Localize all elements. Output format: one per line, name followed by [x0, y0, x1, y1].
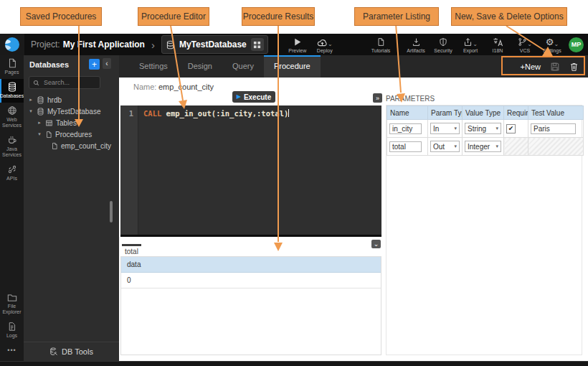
caret-down-icon: ⌄ [328, 42, 333, 47]
sidebar-item-java-services[interactable]: Java Services [0, 132, 24, 161]
col-test-value: Test Value [528, 106, 584, 120]
tree-item-procedures[interactable]: ▾ Procedures [24, 128, 119, 140]
new-procedure-button[interactable]: +New [521, 62, 541, 71]
sidebar-item-logs[interactable]: Logs [0, 319, 24, 342]
sidebar-item-apis[interactable]: APIs [0, 161, 24, 185]
caret-down-icon: ⌄ [473, 42, 478, 47]
tree-item-label: emp_count_city [61, 142, 111, 150]
execute-label: Execute [244, 93, 271, 101]
execute-button[interactable]: ▶ Execute [232, 91, 275, 103]
security-label: Security [434, 48, 452, 53]
callout-procedure-editor: Procedure Editor [138, 7, 209, 26]
tab-procedure[interactable]: Procedure [264, 55, 321, 78]
database-context-tab[interactable]: MyTestDatabase [161, 35, 268, 54]
code-line: 1 CALL emp_in_out(:in_city,:total) [120, 109, 381, 118]
tab-query[interactable]: Query [222, 55, 264, 78]
app-logo[interactable] [0, 34, 24, 55]
tree-item-label: MyTestDatabase [47, 108, 100, 116]
sidebar-item-file-explorer[interactable]: File Explorer [0, 290, 24, 319]
api-node-icon [7, 164, 17, 174]
i18n-button[interactable]: I18N [484, 37, 511, 53]
delete-procedure-button[interactable] [569, 62, 579, 72]
sidebar-item-label: Pages [5, 70, 19, 75]
sidebar-item-pages[interactable]: Pages [0, 55, 24, 79]
caret-down-icon: ▾ [454, 126, 457, 131]
editor-gutter [120, 105, 138, 235]
required-checkbox[interactable]: ✔ [506, 124, 516, 133]
page-icon [7, 58, 17, 68]
param-type-select[interactable]: Out▾ [430, 141, 460, 152]
tree-item-mytestdatabase[interactable]: ▾ MyTestDatabase [24, 105, 119, 117]
cloud-upload-icon [317, 37, 328, 47]
value-type-select[interactable]: String▾ [465, 123, 501, 134]
tab-design[interactable]: Design [178, 55, 222, 78]
sidebar-item-label: Java Services [0, 146, 24, 158]
tree-item-tables[interactable]: ▸ Tables [24, 117, 119, 128]
save-procedure-button[interactable] [550, 62, 560, 72]
procedure-workspace: Name: emp_count_city ▶ Execute » 1 CALL … [119, 78, 588, 361]
required-cell-na [504, 138, 528, 156]
search-input[interactable] [42, 78, 95, 87]
tree-collapsed-icon: ▸ [28, 97, 34, 103]
result-tab-indicator [122, 244, 141, 246]
col-required: Required [504, 106, 528, 120]
db-tools-label: DB Tools [62, 347, 93, 356]
param-type-select[interactable]: In▾ [430, 123, 460, 134]
switch-view-button[interactable] [251, 38, 264, 51]
artifacts-button[interactable]: Artifacts [402, 37, 430, 53]
procedure-code-editor[interactable]: 1 CALL emp_in_out(:in_city,:total) [120, 105, 381, 237]
parameters-table: Name Param Type Value Type Required Test… [387, 105, 584, 156]
tree-expanded-icon: ▾ [28, 108, 34, 114]
gear-icon: ⚙ [546, 37, 554, 47]
results-value-row: 0 [121, 273, 381, 288]
text-cursor [288, 109, 289, 117]
panel-scrollbar[interactable] [110, 201, 113, 222]
trash-icon [569, 62, 579, 72]
database-icon [37, 96, 44, 104]
collapse-editor-button[interactable]: ⌄ [371, 240, 381, 248]
security-button[interactable]: Security [430, 37, 457, 53]
value-type-select[interactable]: Integer▾ [465, 141, 501, 152]
preview-button[interactable]: Preview [284, 37, 311, 53]
user-avatar[interactable]: MP [569, 37, 584, 52]
download-icon [412, 37, 421, 47]
project-label: Project: [31, 39, 60, 50]
database-search-box[interactable] [29, 76, 100, 89]
sidebar-item-label: Logs [6, 333, 17, 339]
settings-button[interactable]: ⚙ ⌄ Settings [539, 37, 566, 53]
parameter-row: Out▾ Integer▾ [387, 138, 584, 156]
globe-icon [7, 105, 17, 116]
more-options-button[interactable]: ••• [0, 342, 24, 361]
db-tools-button[interactable]: DB Tools [24, 342, 119, 361]
result-tab-total[interactable]: total [125, 248, 138, 255]
line-number: 1 [120, 109, 138, 118]
log-file-icon [7, 322, 16, 332]
tutorials-button[interactable]: Tutorials [367, 37, 395, 53]
document-icon [376, 37, 385, 47]
tree-expanded-icon: ▾ [37, 131, 42, 137]
grid-icon [253, 41, 261, 49]
param-name-input[interactable] [389, 141, 422, 152]
collapse-panel-button[interactable]: ‹ [103, 58, 111, 69]
tree-item-hrdb[interactable]: ▸ hrdb [24, 94, 119, 105]
expand-parameters-button[interactable]: » [373, 93, 382, 103]
sidebar-item-web-services[interactable]: Web Services [0, 103, 24, 132]
parameters-panel: Name Param Type Value Type Required Test… [386, 105, 582, 355]
file-icon [45, 131, 52, 139]
export-button[interactable]: ⌄ Export [457, 37, 484, 53]
vcs-button[interactable]: ⌄ VCS [511, 37, 539, 53]
artifacts-label: Artifacts [407, 48, 425, 53]
test-value-input[interactable] [531, 123, 576, 134]
param-name-input[interactable] [389, 123, 422, 134]
translate-icon [493, 37, 503, 47]
deploy-button[interactable]: ⌄ Deploy [311, 37, 338, 53]
tab-settings[interactable]: Settings [129, 55, 178, 78]
preview-label: Preview [288, 48, 306, 53]
database-icon [7, 82, 17, 92]
databases-panel-title: Databases [29, 60, 69, 69]
tree-item-emp-count-city[interactable]: emp_count_city [24, 140, 119, 151]
code-text: emp_in_out(:in_city,:total) [161, 109, 288, 118]
add-database-button[interactable]: + [89, 59, 100, 70]
sidebar-item-databases[interactable]: Databases [0, 79, 24, 103]
play-icon: ▶ [237, 94, 241, 100]
